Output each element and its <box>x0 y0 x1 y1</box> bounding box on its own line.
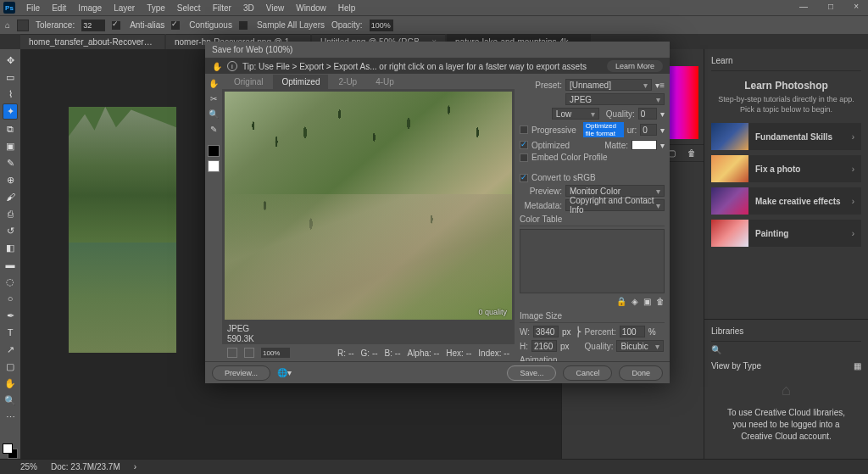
magic-wand-tool-icon[interactable]: ✦ <box>3 103 18 120</box>
history-brush-tool-icon[interactable]: ↺ <box>3 223 18 238</box>
hand-tool-icon[interactable]: ✋ <box>3 376 18 391</box>
height-input[interactable]: 2160 <box>531 340 557 352</box>
libraries-tab[interactable]: Libraries <box>711 326 861 342</box>
trash-icon[interactable]: 🗑 <box>687 148 696 158</box>
done-button[interactable]: Done <box>619 365 663 381</box>
menu-window[interactable]: Window <box>290 3 332 13</box>
preview-image[interactable]: 0 quality <box>225 92 512 320</box>
window-minimize-icon[interactable]: — <box>793 2 814 11</box>
grid-icon[interactable] <box>244 348 254 358</box>
move-tool-icon[interactable]: ✥ <box>3 53 18 68</box>
antialias-checkbox[interactable] <box>112 21 120 30</box>
grid-icon[interactable]: ▦ <box>854 361 861 371</box>
shape-tool-icon[interactable]: ▢ <box>3 359 18 374</box>
eyedropper-tool-icon[interactable]: ✎ <box>208 123 220 135</box>
learn-more-button[interactable]: Learn More <box>607 60 663 72</box>
menu-file[interactable]: File <box>20 3 46 13</box>
color-swatches[interactable] <box>3 443 18 459</box>
path-tool-icon[interactable]: ↗ <box>3 342 18 357</box>
preview-button[interactable]: Preview... <box>212 365 270 381</box>
preset-select[interactable]: [Unnamed]▾ <box>565 79 652 91</box>
slice-tool-icon[interactable]: ✂ <box>208 92 220 104</box>
hand-tool-icon[interactable]: ✋ <box>208 77 220 89</box>
gradient-tool-icon[interactable]: ▬ <box>3 257 18 272</box>
menu-type[interactable]: Type <box>141 3 171 13</box>
browser-icon[interactable]: 🌐▾ <box>277 368 292 377</box>
healing-tool-icon[interactable]: ⊕ <box>3 172 18 187</box>
convert-srgb-checkbox[interactable] <box>520 174 528 182</box>
menu-layer[interactable]: Layer <box>108 3 141 13</box>
optimized-checkbox[interactable] <box>520 141 528 149</box>
home-icon[interactable]: ⌂ <box>5 20 10 30</box>
progressive-checkbox[interactable] <box>520 125 528 134</box>
blur-tool-icon[interactable]: ◌ <box>3 274 18 289</box>
stamp-tool-icon[interactable]: ⎙ <box>3 206 18 221</box>
tab-optimized[interactable]: Optimized <box>273 75 328 89</box>
metadata-select[interactable]: Copyright and Contact Info▾ <box>565 199 665 211</box>
frame-tool-icon[interactable]: ▣ <box>3 138 18 153</box>
matte-swatch[interactable] <box>632 140 657 150</box>
chevron-right-icon[interactable]: › <box>134 462 136 471</box>
menu-edit[interactable]: Edit <box>46 3 72 13</box>
tab-original[interactable]: Original <box>225 75 271 89</box>
lock-icon[interactable]: 🔒 <box>616 297 626 306</box>
marquee-tool-icon[interactable]: ▭ <box>3 70 18 85</box>
eraser-tool-icon[interactable]: ◧ <box>3 240 18 255</box>
learn-item-painting[interactable]: Painting› <box>711 220 861 247</box>
menu-image[interactable]: Image <box>72 3 108 13</box>
eyedropper-color[interactable] <box>208 145 220 157</box>
grid-icon[interactable] <box>227 348 237 358</box>
brush-tool-icon[interactable]: 🖌 <box>3 189 18 204</box>
tolerance-input[interactable] <box>81 20 105 31</box>
contiguous-checkbox[interactable] <box>171 21 180 30</box>
add-icon[interactable]: ▣ <box>643 297 651 306</box>
embed-profile-checkbox[interactable] <box>520 153 528 162</box>
pen-tool-icon[interactable]: ✒ <box>3 308 18 323</box>
trash-icon[interactable]: 🗑 <box>656 297 665 306</box>
learn-item-creative[interactable]: Make creative effects› <box>711 187 861 215</box>
eyedropper-tool-icon[interactable]: ✎ <box>3 155 18 170</box>
tab-2up[interactable]: 2-Up <box>330 75 365 89</box>
menu-3d[interactable]: 3D <box>237 3 260 13</box>
doc-tab-0[interactable]: home_transfer_about-Recovered.jpg @ 1...… <box>20 34 164 49</box>
link-icon[interactable]: ⎬ <box>575 326 581 337</box>
dodge-tool-icon[interactable]: ○ <box>3 291 18 306</box>
window-close-icon[interactable]: × <box>848 2 865 11</box>
window-maximize-icon[interactable]: □ <box>822 2 839 11</box>
zoom-tool-icon[interactable]: 🔍 <box>3 393 18 408</box>
library-search[interactable]: 🔍 <box>711 345 861 354</box>
crop-tool-icon[interactable]: ⧉ <box>3 121 18 137</box>
map-icon[interactable]: ◈ <box>632 297 638 306</box>
percent-input[interactable]: 100 <box>620 326 645 337</box>
quality-input[interactable]: 0 <box>638 108 657 120</box>
type-tool-icon[interactable]: T <box>3 325 18 340</box>
cancel-button[interactable]: Cancel <box>563 365 612 381</box>
view-by-type-button[interactable]: View by Type <box>711 361 761 371</box>
preset-menu-icon[interactable]: ▾≡ <box>655 81 665 90</box>
preview-select[interactable]: Monitor Color▾ <box>565 185 665 197</box>
lasso-tool-icon[interactable]: ⌇ <box>3 86 18 102</box>
menu-filter[interactable]: Filter <box>207 3 237 13</box>
zoom-tool-icon[interactable]: 🔍 <box>208 108 220 120</box>
menu-help[interactable]: Help <box>332 3 362 13</box>
quality-preset-select[interactable]: Low▾ <box>552 108 599 120</box>
menu-view[interactable]: View <box>260 3 291 13</box>
blur-input[interactable]: 0 <box>640 124 657 136</box>
document-canvas[interactable] <box>69 107 176 353</box>
zoom-level[interactable]: 25% <box>20 462 37 471</box>
tab-4up[interactable]: 4-Up <box>367 75 403 89</box>
zoom-input[interactable] <box>261 348 290 358</box>
tool-preset-icon[interactable] <box>17 20 29 31</box>
width-input[interactable]: 3840 <box>533 326 559 337</box>
menu-select[interactable]: Select <box>171 3 207 13</box>
opacity-input[interactable] <box>370 20 393 31</box>
learn-item-fundamentals[interactable]: Fundamental Skills› <box>711 123 861 150</box>
sample-all-checkbox[interactable] <box>239 21 248 30</box>
learn-item-fix-photo[interactable]: Fix a photo› <box>711 155 861 182</box>
more-icon[interactable]: ⋯ <box>3 410 18 425</box>
format-select[interactable]: JPEG▾ <box>565 93 665 105</box>
color-table[interactable] <box>520 229 665 293</box>
toggle-slices-icon[interactable] <box>208 160 220 172</box>
resample-select[interactable]: Bicubic▾ <box>616 340 664 352</box>
learn-tab[interactable]: Learn <box>711 56 861 71</box>
